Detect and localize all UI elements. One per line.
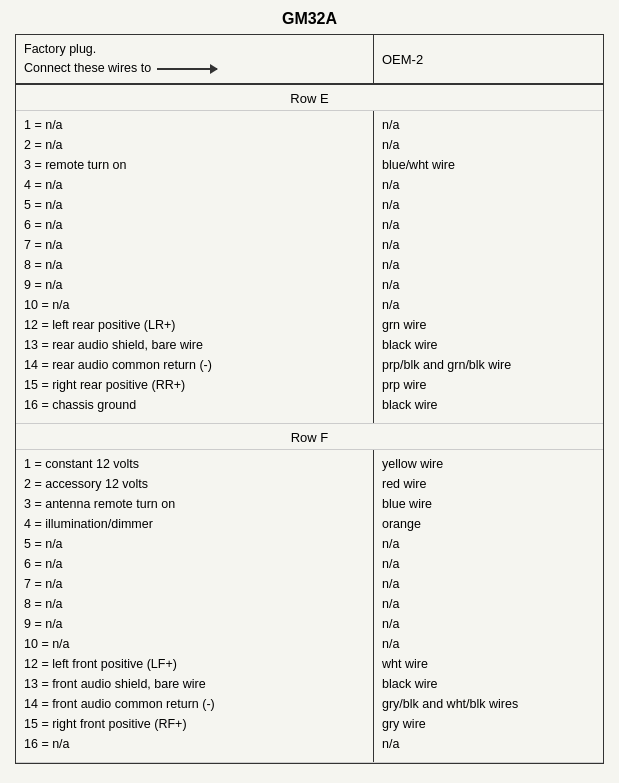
section-e-title: Row E xyxy=(16,85,603,111)
list-item: 6 = n/a xyxy=(24,215,365,235)
list-item: blue wire xyxy=(382,494,595,514)
page-title: GM32A xyxy=(15,10,604,28)
list-item: n/a xyxy=(382,295,595,315)
section-f-left: 1 = constant 12 volts2 = accessory 12 vo… xyxy=(16,450,373,762)
connect-wires-label: Connect these wires to xyxy=(24,60,151,78)
list-item: 14 = rear audio common return (-) xyxy=(24,355,365,375)
list-item: n/a xyxy=(382,215,595,235)
list-item: blue/wht wire xyxy=(382,155,595,175)
list-item: n/a xyxy=(382,195,595,215)
header-left-text: Factory plug. Connect these wires to xyxy=(24,41,217,78)
arrow-icon xyxy=(157,68,217,70)
list-item: 1 = constant 12 volts xyxy=(24,454,365,474)
list-item: n/a xyxy=(382,554,595,574)
list-item: 10 = n/a xyxy=(24,634,365,654)
list-item: 10 = n/a xyxy=(24,295,365,315)
list-item: grn wire xyxy=(382,315,595,335)
list-item: 4 = illumination/dimmer xyxy=(24,514,365,534)
section-f-data: 1 = constant 12 volts2 = accessory 12 vo… xyxy=(16,450,603,762)
list-item: 16 = n/a xyxy=(24,734,365,754)
oem-label: OEM-2 xyxy=(382,52,423,67)
list-item: orange xyxy=(382,514,595,534)
section-e-right: n/an/ablue/wht wiren/an/an/an/an/an/an/a… xyxy=(373,111,603,423)
list-item: n/a xyxy=(382,734,595,754)
factory-plug-label: Factory plug. xyxy=(24,41,217,59)
list-item: prp/blk and grn/blk wire xyxy=(382,355,595,375)
list-item: gry/blk and wht/blk wires xyxy=(382,694,595,714)
list-item: n/a xyxy=(382,115,595,135)
list-item: wht wire xyxy=(382,654,595,674)
header-left: Factory plug. Connect these wires to xyxy=(16,37,373,82)
connect-arrow-row: Connect these wires to xyxy=(24,60,217,78)
section-e-data: 1 = n/a2 = n/a3 = remote turn on4 = n/a5… xyxy=(16,111,603,423)
section-row-e: Row E 1 = n/a2 = n/a3 = remote turn on4 … xyxy=(16,85,603,424)
list-item: 5 = n/a xyxy=(24,534,365,554)
list-item: black wire xyxy=(382,395,595,415)
list-item: 13 = front audio shield, bare wire xyxy=(24,674,365,694)
list-item: 3 = remote turn on xyxy=(24,155,365,175)
main-table: Factory plug. Connect these wires to OEM… xyxy=(15,34,604,764)
list-item: n/a xyxy=(382,614,595,634)
header-right: OEM-2 xyxy=(373,35,603,83)
section-row-f: Row F 1 = constant 12 volts2 = accessory… xyxy=(16,424,603,763)
list-item: prp wire xyxy=(382,375,595,395)
list-item: n/a xyxy=(382,275,595,295)
list-item: n/a xyxy=(382,594,595,614)
list-item: 9 = n/a xyxy=(24,275,365,295)
list-item: 8 = n/a xyxy=(24,594,365,614)
list-item: 12 = left rear positive (LR+) xyxy=(24,315,365,335)
list-item: black wire xyxy=(382,335,595,355)
list-item: n/a xyxy=(382,574,595,594)
list-item: gry wire xyxy=(382,714,595,734)
list-item: 16 = chassis ground xyxy=(24,395,365,415)
list-item: 2 = n/a xyxy=(24,135,365,155)
list-item: 15 = right rear positive (RR+) xyxy=(24,375,365,395)
section-f-title: Row F xyxy=(16,424,603,450)
list-item: yellow wire xyxy=(382,454,595,474)
list-item: n/a xyxy=(382,235,595,255)
list-item: red wire xyxy=(382,474,595,494)
list-item: n/a xyxy=(382,534,595,554)
list-item: 2 = accessory 12 volts xyxy=(24,474,365,494)
list-item: n/a xyxy=(382,255,595,275)
list-item: 3 = antenna remote turn on xyxy=(24,494,365,514)
list-item: n/a xyxy=(382,175,595,195)
table-header: Factory plug. Connect these wires to OEM… xyxy=(16,35,603,85)
list-item: 7 = n/a xyxy=(24,574,365,594)
page: GM32A Factory plug. Connect these wires … xyxy=(0,0,619,783)
list-item: 12 = left front positive (LF+) xyxy=(24,654,365,674)
list-item: 8 = n/a xyxy=(24,255,365,275)
list-item: 9 = n/a xyxy=(24,614,365,634)
list-item: 1 = n/a xyxy=(24,115,365,135)
list-item: 6 = n/a xyxy=(24,554,365,574)
list-item: 15 = right front positive (RF+) xyxy=(24,714,365,734)
list-item: 14 = front audio common return (-) xyxy=(24,694,365,714)
list-item: 7 = n/a xyxy=(24,235,365,255)
list-item: 5 = n/a xyxy=(24,195,365,215)
list-item: 13 = rear audio shield, bare wire xyxy=(24,335,365,355)
list-item: 4 = n/a xyxy=(24,175,365,195)
list-item: n/a xyxy=(382,135,595,155)
list-item: n/a xyxy=(382,634,595,654)
list-item: black wire xyxy=(382,674,595,694)
section-f-right: yellow wirered wireblue wireorangen/an/a… xyxy=(373,450,603,762)
section-e-left: 1 = n/a2 = n/a3 = remote turn on4 = n/a5… xyxy=(16,111,373,423)
